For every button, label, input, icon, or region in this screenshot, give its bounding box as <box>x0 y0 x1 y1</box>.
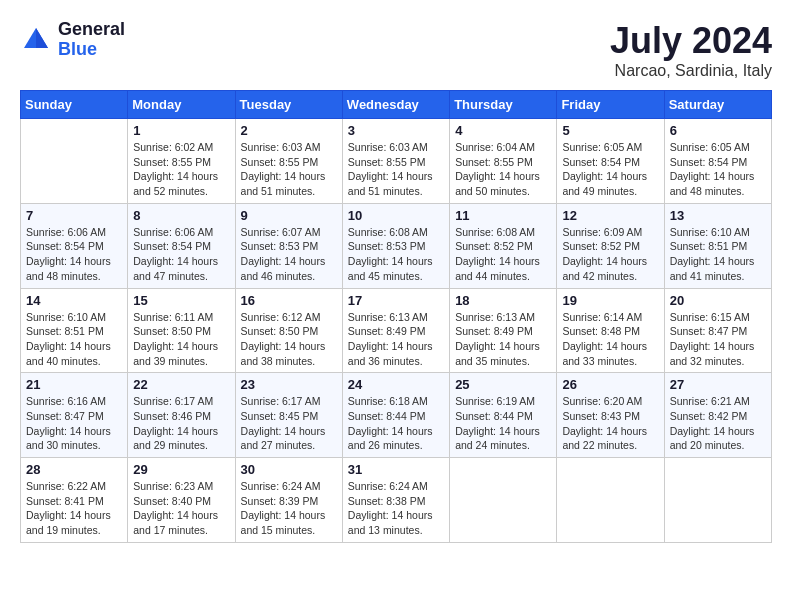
calendar-cell: 22Sunrise: 6:17 AM Sunset: 8:46 PM Dayli… <box>128 373 235 458</box>
cell-content: Sunrise: 6:05 AM Sunset: 8:54 PM Dayligh… <box>670 140 766 199</box>
day-number: 8 <box>133 208 229 223</box>
svg-marker-1 <box>36 28 48 48</box>
cell-content: Sunrise: 6:15 AM Sunset: 8:47 PM Dayligh… <box>670 310 766 369</box>
day-number: 19 <box>562 293 658 308</box>
calendar-cell: 12Sunrise: 6:09 AM Sunset: 8:52 PM Dayli… <box>557 203 664 288</box>
cell-content: Sunrise: 6:08 AM Sunset: 8:53 PM Dayligh… <box>348 225 444 284</box>
calendar-week-row: 1Sunrise: 6:02 AM Sunset: 8:55 PM Daylig… <box>21 119 772 204</box>
day-number: 24 <box>348 377 444 392</box>
cell-content: Sunrise: 6:17 AM Sunset: 8:46 PM Dayligh… <box>133 394 229 453</box>
day-number: 23 <box>241 377 337 392</box>
cell-content: Sunrise: 6:08 AM Sunset: 8:52 PM Dayligh… <box>455 225 551 284</box>
day-number: 26 <box>562 377 658 392</box>
header: General Blue July 2024 Narcao, Sardinia,… <box>20 20 772 80</box>
calendar-cell: 2Sunrise: 6:03 AM Sunset: 8:55 PM Daylig… <box>235 119 342 204</box>
calendar-header-tuesday: Tuesday <box>235 91 342 119</box>
day-number: 6 <box>670 123 766 138</box>
calendar-week-row: 21Sunrise: 6:16 AM Sunset: 8:47 PM Dayli… <box>21 373 772 458</box>
calendar-header-thursday: Thursday <box>450 91 557 119</box>
day-number: 15 <box>133 293 229 308</box>
calendar-cell: 6Sunrise: 6:05 AM Sunset: 8:54 PM Daylig… <box>664 119 771 204</box>
cell-content: Sunrise: 6:03 AM Sunset: 8:55 PM Dayligh… <box>348 140 444 199</box>
cell-content: Sunrise: 6:10 AM Sunset: 8:51 PM Dayligh… <box>26 310 122 369</box>
cell-content: Sunrise: 6:23 AM Sunset: 8:40 PM Dayligh… <box>133 479 229 538</box>
cell-content: Sunrise: 6:18 AM Sunset: 8:44 PM Dayligh… <box>348 394 444 453</box>
calendar-cell: 9Sunrise: 6:07 AM Sunset: 8:53 PM Daylig… <box>235 203 342 288</box>
day-number: 16 <box>241 293 337 308</box>
cell-content: Sunrise: 6:22 AM Sunset: 8:41 PM Dayligh… <box>26 479 122 538</box>
day-number: 14 <box>26 293 122 308</box>
day-number: 27 <box>670 377 766 392</box>
day-number: 28 <box>26 462 122 477</box>
calendar-cell: 11Sunrise: 6:08 AM Sunset: 8:52 PM Dayli… <box>450 203 557 288</box>
day-number: 3 <box>348 123 444 138</box>
calendar-header-monday: Monday <box>128 91 235 119</box>
cell-content: Sunrise: 6:06 AM Sunset: 8:54 PM Dayligh… <box>26 225 122 284</box>
calendar-cell: 1Sunrise: 6:02 AM Sunset: 8:55 PM Daylig… <box>128 119 235 204</box>
cell-content: Sunrise: 6:12 AM Sunset: 8:50 PM Dayligh… <box>241 310 337 369</box>
calendar-cell: 20Sunrise: 6:15 AM Sunset: 8:47 PM Dayli… <box>664 288 771 373</box>
calendar-cell: 16Sunrise: 6:12 AM Sunset: 8:50 PM Dayli… <box>235 288 342 373</box>
day-number: 4 <box>455 123 551 138</box>
cell-content: Sunrise: 6:16 AM Sunset: 8:47 PM Dayligh… <box>26 394 122 453</box>
calendar-cell: 14Sunrise: 6:10 AM Sunset: 8:51 PM Dayli… <box>21 288 128 373</box>
calendar-cell <box>557 458 664 543</box>
calendar-header-row: SundayMondayTuesdayWednesdayThursdayFrid… <box>21 91 772 119</box>
cell-content: Sunrise: 6:07 AM Sunset: 8:53 PM Dayligh… <box>241 225 337 284</box>
cell-content: Sunrise: 6:19 AM Sunset: 8:44 PM Dayligh… <box>455 394 551 453</box>
calendar-cell: 13Sunrise: 6:10 AM Sunset: 8:51 PM Dayli… <box>664 203 771 288</box>
calendar-cell: 17Sunrise: 6:13 AM Sunset: 8:49 PM Dayli… <box>342 288 449 373</box>
day-number: 7 <box>26 208 122 223</box>
calendar-header-saturday: Saturday <box>664 91 771 119</box>
title-area: July 2024 Narcao, Sardinia, Italy <box>610 20 772 80</box>
calendar-cell: 21Sunrise: 6:16 AM Sunset: 8:47 PM Dayli… <box>21 373 128 458</box>
day-number: 10 <box>348 208 444 223</box>
location-subtitle: Narcao, Sardinia, Italy <box>610 62 772 80</box>
cell-content: Sunrise: 6:13 AM Sunset: 8:49 PM Dayligh… <box>455 310 551 369</box>
day-number: 1 <box>133 123 229 138</box>
day-number: 5 <box>562 123 658 138</box>
calendar-cell: 18Sunrise: 6:13 AM Sunset: 8:49 PM Dayli… <box>450 288 557 373</box>
calendar-cell <box>450 458 557 543</box>
calendar-cell: 10Sunrise: 6:08 AM Sunset: 8:53 PM Dayli… <box>342 203 449 288</box>
cell-content: Sunrise: 6:09 AM Sunset: 8:52 PM Dayligh… <box>562 225 658 284</box>
calendar-cell: 5Sunrise: 6:05 AM Sunset: 8:54 PM Daylig… <box>557 119 664 204</box>
calendar-header-sunday: Sunday <box>21 91 128 119</box>
calendar-cell: 4Sunrise: 6:04 AM Sunset: 8:55 PM Daylig… <box>450 119 557 204</box>
cell-content: Sunrise: 6:17 AM Sunset: 8:45 PM Dayligh… <box>241 394 337 453</box>
calendar-cell: 7Sunrise: 6:06 AM Sunset: 8:54 PM Daylig… <box>21 203 128 288</box>
cell-content: Sunrise: 6:06 AM Sunset: 8:54 PM Dayligh… <box>133 225 229 284</box>
logo: General Blue <box>20 20 125 60</box>
cell-content: Sunrise: 6:05 AM Sunset: 8:54 PM Dayligh… <box>562 140 658 199</box>
cell-content: Sunrise: 6:10 AM Sunset: 8:51 PM Dayligh… <box>670 225 766 284</box>
cell-content: Sunrise: 6:24 AM Sunset: 8:38 PM Dayligh… <box>348 479 444 538</box>
calendar-cell: 23Sunrise: 6:17 AM Sunset: 8:45 PM Dayli… <box>235 373 342 458</box>
cell-content: Sunrise: 6:04 AM Sunset: 8:55 PM Dayligh… <box>455 140 551 199</box>
calendar-header-wednesday: Wednesday <box>342 91 449 119</box>
calendar-cell <box>21 119 128 204</box>
calendar-cell: 30Sunrise: 6:24 AM Sunset: 8:39 PM Dayli… <box>235 458 342 543</box>
logo-general-text: General <box>58 20 125 40</box>
calendar-header-friday: Friday <box>557 91 664 119</box>
calendar-cell: 15Sunrise: 6:11 AM Sunset: 8:50 PM Dayli… <box>128 288 235 373</box>
day-number: 29 <box>133 462 229 477</box>
logo-icon <box>20 24 52 56</box>
day-number: 21 <box>26 377 122 392</box>
cell-content: Sunrise: 6:24 AM Sunset: 8:39 PM Dayligh… <box>241 479 337 538</box>
cell-content: Sunrise: 6:11 AM Sunset: 8:50 PM Dayligh… <box>133 310 229 369</box>
calendar-cell: 24Sunrise: 6:18 AM Sunset: 8:44 PM Dayli… <box>342 373 449 458</box>
day-number: 22 <box>133 377 229 392</box>
cell-content: Sunrise: 6:14 AM Sunset: 8:48 PM Dayligh… <box>562 310 658 369</box>
calendar-week-row: 7Sunrise: 6:06 AM Sunset: 8:54 PM Daylig… <box>21 203 772 288</box>
calendar-table: SundayMondayTuesdayWednesdayThursdayFrid… <box>20 90 772 543</box>
day-number: 18 <box>455 293 551 308</box>
day-number: 12 <box>562 208 658 223</box>
calendar-week-row: 28Sunrise: 6:22 AM Sunset: 8:41 PM Dayli… <box>21 458 772 543</box>
day-number: 2 <box>241 123 337 138</box>
day-number: 25 <box>455 377 551 392</box>
cell-content: Sunrise: 6:03 AM Sunset: 8:55 PM Dayligh… <box>241 140 337 199</box>
day-number: 20 <box>670 293 766 308</box>
day-number: 11 <box>455 208 551 223</box>
cell-content: Sunrise: 6:13 AM Sunset: 8:49 PM Dayligh… <box>348 310 444 369</box>
logo-blue-text: Blue <box>58 40 125 60</box>
